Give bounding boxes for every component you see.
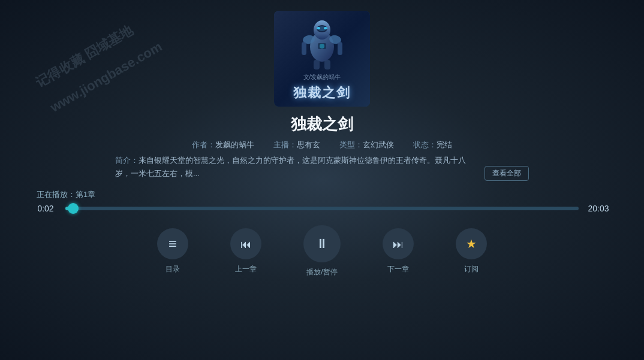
total-time: 20:03: [587, 204, 610, 213]
description-row: 简介：来自银耀天堂的智慧之光，自然之力的守护者，这是阿克蒙斯神位德鲁伊的王者传奇…: [94, 154, 550, 181]
menu-button[interactable]: 目录: [157, 228, 188, 274]
meta-author: 作者：发飙的蜗牛: [192, 140, 254, 150]
subscribe-circle: [456, 228, 487, 259]
progress-thumb[interactable]: [68, 203, 79, 214]
meta-host: 主播：思有玄: [273, 140, 320, 150]
meta-row: 作者：发飙的蜗牛 主播：思有玄 类型：玄幻武侠 状态：完结: [94, 140, 550, 150]
prev-button[interactable]: 上一章: [230, 228, 261, 274]
playpause-button[interactable]: 播放/暂停: [303, 225, 341, 277]
playpause-circle: [303, 225, 341, 262]
now-playing-label: 正在播放：第1章: [37, 189, 610, 200]
prev-circle: [230, 228, 261, 259]
progress-bar[interactable]: [65, 207, 579, 210]
progress-section: 正在播放：第1章 0:02 20:03: [34, 189, 610, 213]
next-icon: [393, 237, 404, 251]
album-art: 文/发飙的蜗牛 独裁之剑: [274, 11, 370, 107]
view-all-button[interactable]: 查看全部: [484, 166, 529, 181]
album-subtitle: 文/发飙的蜗牛: [303, 73, 341, 81]
menu-icon: [168, 235, 177, 252]
menu-circle: [157, 228, 188, 259]
info-section: 独裁之剑 作者：发飙的蜗牛 主播：思有玄 类型：玄幻武侠 状态：完结 简介：来自…: [94, 114, 550, 181]
meta-type: 类型：玄幻武侠: [339, 140, 394, 150]
prev-label: 上一章: [235, 264, 257, 274]
album-title-on-art: 独裁之剑: [293, 84, 351, 102]
progress-row: 0:02 20:03: [34, 204, 610, 213]
playpause-label: 播放/暂停: [306, 267, 337, 277]
subscribe-button[interactable]: 订阅: [456, 228, 487, 274]
next-circle: [383, 228, 414, 259]
subscribe-label: 订阅: [464, 264, 479, 274]
next-label: 下一章: [387, 264, 409, 274]
album-overlay: 文/发飙的蜗牛 独裁之剑: [274, 11, 370, 107]
main-container: 文/发飙的蜗牛 独裁之剑 独裁之剑 作者：发飙的蜗牛 主播：思有玄 类型：玄幻武…: [0, 0, 644, 360]
star-icon: [466, 237, 477, 251]
meta-status: 状态：完结: [413, 140, 452, 150]
menu-label: 目录: [165, 264, 180, 274]
prev-icon: [240, 237, 251, 251]
book-title: 独裁之剑: [94, 114, 550, 135]
description-text: 简介：来自银耀天堂的智慧之光，自然之力的守护者，这是阿克蒙斯神位德鲁伊的王者传奇…: [115, 154, 475, 180]
current-time: 0:02: [34, 204, 57, 213]
controls-row: 目录 上一章 播放/暂停 下一章 订阅: [157, 225, 487, 277]
next-button[interactable]: 下一章: [383, 228, 414, 274]
playpause-icon: [315, 236, 329, 252]
